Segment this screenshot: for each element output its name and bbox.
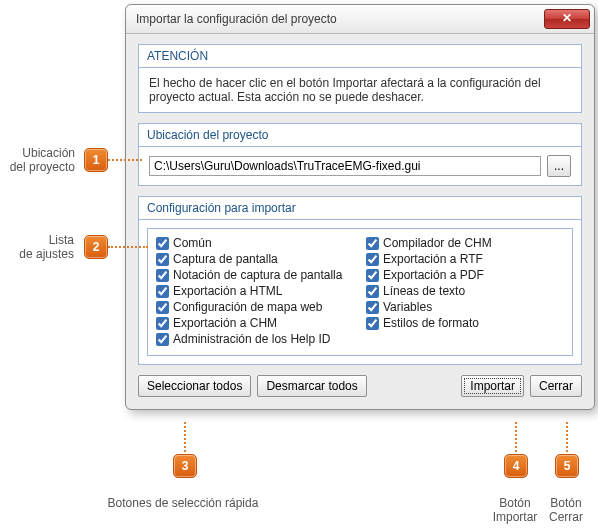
import-settings-heading: Configuración para importar	[139, 197, 581, 220]
settings-check-item[interactable]: Exportación a HTML	[156, 283, 354, 299]
settings-checkbox[interactable]	[366, 269, 379, 282]
settings-check-item[interactable]: Notación de captura de pantalla	[156, 267, 354, 283]
deselect-all-button[interactable]: Desmarcar todos	[257, 375, 366, 397]
annotation-marker-3: 3	[173, 454, 197, 478]
settings-check-item[interactable]: Captura de pantalla	[156, 251, 354, 267]
settings-check-item[interactable]: Exportación a RTF	[366, 251, 564, 267]
settings-checkbox[interactable]	[156, 301, 169, 314]
close-button[interactable]: Cerrar	[530, 375, 582, 397]
annotation-marker-4: 4	[504, 454, 528, 478]
annotation-line-3	[184, 422, 186, 452]
project-location-group: Ubicación del proyecto ...	[138, 123, 582, 186]
settings-checkbox[interactable]	[156, 269, 169, 282]
project-location-heading: Ubicación del proyecto	[139, 124, 581, 147]
project-location-input[interactable]	[149, 156, 541, 176]
attention-text: El hecho de hacer clic en el botón Impor…	[139, 68, 581, 112]
settings-checkbox[interactable]	[366, 317, 379, 330]
close-icon: ✕	[562, 11, 572, 25]
settings-check-label: Notación de captura de pantalla	[173, 268, 342, 282]
window-close-button[interactable]: ✕	[544, 9, 590, 29]
attention-heading: ATENCIÓN	[139, 45, 581, 68]
annotation-marker-2: 2	[84, 235, 108, 259]
annotation-line-4	[515, 422, 517, 452]
settings-check-item[interactable]: Configuración de mapa web	[156, 299, 354, 315]
annotation-label-4: Botón Importar	[484, 496, 546, 524]
settings-check-item[interactable]: Estilos de formato	[366, 315, 564, 331]
settings-check-item[interactable]: Compilador de CHM	[366, 235, 564, 251]
settings-check-item[interactable]: Común	[156, 235, 354, 251]
settings-checkbox[interactable]	[156, 333, 169, 346]
settings-checkbox[interactable]	[156, 285, 169, 298]
settings-check-label: Líneas de texto	[383, 284, 465, 298]
settings-check-label: Exportación a CHM	[173, 316, 277, 330]
settings-check-label: Exportación a RTF	[383, 252, 483, 266]
settings-check-label: Exportación a PDF	[383, 268, 484, 282]
settings-checkbox[interactable]	[156, 317, 169, 330]
settings-check-item[interactable]: Líneas de texto	[366, 283, 564, 299]
annotation-line-5	[566, 422, 568, 452]
settings-checkbox[interactable]	[156, 253, 169, 266]
annotation-label-2: Lista de ajustes	[14, 233, 74, 261]
settings-check-label: Común	[173, 236, 212, 250]
dialog-button-row: Seleccionar todos Desmarcar todos Import…	[138, 375, 582, 397]
settings-check-label: Variables	[383, 300, 432, 314]
titlebar: Importar la configuración del proyecto ✕	[126, 5, 594, 34]
annotation-label-5: Botón Cerrar	[540, 496, 592, 524]
settings-check-label: Compilador de CHM	[383, 236, 492, 250]
settings-check-label: Administración de los Help ID	[173, 332, 330, 346]
select-all-button[interactable]: Seleccionar todos	[138, 375, 251, 397]
settings-checkbox[interactable]	[156, 237, 169, 250]
import-settings-group: Configuración para importar ComúnCaptura…	[138, 196, 582, 365]
annotation-line-2	[108, 246, 148, 248]
settings-check-label: Configuración de mapa web	[173, 300, 322, 314]
settings-checkbox[interactable]	[366, 285, 379, 298]
settings-check-label: Exportación a HTML	[173, 284, 282, 298]
dialog-body: ATENCIÓN El hecho de hacer clic en el bo…	[126, 34, 594, 409]
settings-check-item[interactable]: Variables	[366, 299, 564, 315]
settings-check-item[interactable]: Administración de los Help ID	[156, 331, 354, 347]
annotation-marker-5: 5	[555, 454, 579, 478]
annotation-marker-1: 1	[84, 148, 108, 172]
annotation-label-3: Botones de selección rápida	[98, 496, 268, 510]
attention-group: ATENCIÓN El hecho de hacer clic en el bo…	[138, 44, 582, 113]
settings-checkbox[interactable]	[366, 253, 379, 266]
settings-checkbox[interactable]	[366, 237, 379, 250]
settings-check-label: Estilos de formato	[383, 316, 479, 330]
settings-checkbox[interactable]	[366, 301, 379, 314]
settings-check-label: Captura de pantalla	[173, 252, 278, 266]
settings-check-list: ComúnCaptura de pantallaNotación de capt…	[147, 228, 573, 356]
import-button[interactable]: Importar	[461, 375, 524, 397]
import-project-config-dialog: Importar la configuración del proyecto ✕…	[125, 4, 595, 410]
annotation-label-1: Ubicación del proyecto	[5, 146, 75, 174]
dialog-title: Importar la configuración del proyecto	[136, 12, 544, 26]
settings-check-item[interactable]: Exportación a PDF	[366, 267, 564, 283]
annotation-line-1	[108, 159, 142, 161]
settings-check-item[interactable]: Exportación a CHM	[156, 315, 354, 331]
browse-button[interactable]: ...	[547, 155, 571, 177]
